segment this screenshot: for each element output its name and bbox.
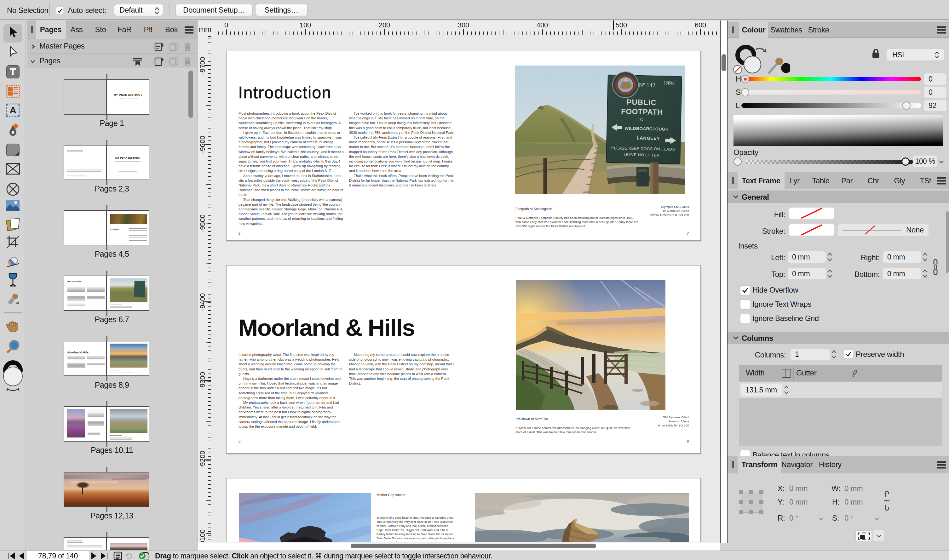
svg-text:1994: 1994 [663, 80, 675, 86]
svg-text:Nº 142: Nº 142 [639, 82, 655, 89]
svg-text:TO: TO [638, 117, 644, 122]
svg-text:LEAVE NO LITTER: LEAVE NO LITTER [624, 152, 659, 157]
svg-text:FOOTPATH: FOOTPATH [621, 107, 663, 117]
svg-text:PUBLIC: PUBLIC [626, 98, 656, 107]
svg-text:LANGLEY: LANGLEY [637, 135, 660, 141]
svg-text:WILDBOARCLOUGH: WILDBOARCLOUGH [624, 126, 669, 132]
svg-text:A: A [9, 105, 16, 115]
